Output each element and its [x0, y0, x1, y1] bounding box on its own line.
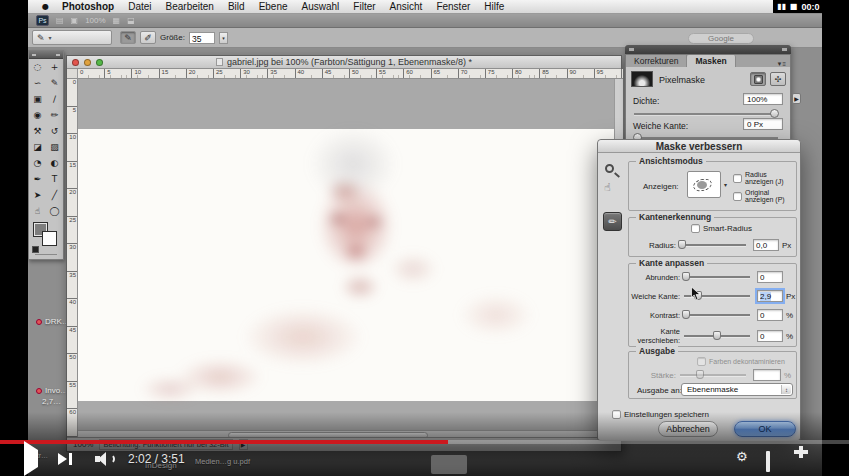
document-title-bar[interactable]: gabriel.jpg bei 100% (Farbton/Sättigung … [67, 56, 621, 69]
tool-dodge-icon[interactable]: ◐ [46, 155, 63, 171]
tool-line-icon[interactable]: ╱ [46, 187, 63, 203]
stop-icon[interactable]: ■ [790, 2, 798, 11]
background-color-swatch[interactable] [42, 231, 57, 246]
minimize-icon[interactable] [84, 59, 91, 66]
settings-gear-icon[interactable]: ⚙ [736, 449, 748, 464]
feather-input[interactable]: 0 Px [743, 118, 783, 130]
menu-item[interactable]: Bild [221, 1, 252, 12]
tool-type-icon[interactable]: T [46, 171, 63, 187]
menu-item[interactable]: Photoshop [55, 1, 121, 12]
smooth-slider[interactable] [684, 276, 750, 278]
density-slider[interactable] [634, 113, 778, 115]
contrast-slider[interactable] [684, 314, 750, 316]
refine-radius-brush-button[interactable]: ✏ [603, 212, 622, 231]
tool-crop-icon[interactable]: ▣ [29, 91, 46, 107]
apple-menu-icon[interactable]: ● [36, 2, 55, 11]
zoom-window-icon[interactable] [96, 59, 103, 66]
tool-blur-icon[interactable]: ◔ [29, 155, 46, 171]
shift-edge-input[interactable]: 0 [757, 330, 783, 342]
density-input[interactable]: 100% [743, 93, 783, 105]
smooth-input[interactable]: 0 [757, 271, 783, 283]
panel-collapse-arrow-icon[interactable]: ▶ [792, 93, 801, 104]
pause-icon[interactable]: ▮▮ [777, 2, 786, 11]
show-original-checkbox[interactable] [733, 192, 742, 201]
size-input[interactable]: 35 [189, 32, 215, 44]
play-button[interactable] [24, 450, 38, 468]
tool-move-icon[interactable]: + [46, 59, 63, 75]
desktop-item-invoice[interactable]: Invo… [36, 386, 68, 395]
output-to-dropdown[interactable]: Ebenenmaske ↕ [681, 383, 793, 396]
screen-mode-icon[interactable]: ⬓ [127, 16, 135, 25]
palette-header[interactable] [29, 51, 63, 59]
folder-icon[interactable]: ▣ [71, 16, 79, 25]
tool-eyedropper-icon[interactable]: ∕ [46, 91, 63, 107]
slider-knob[interactable] [713, 331, 721, 340]
tool-eraser-icon[interactable]: ◪ [29, 139, 46, 155]
tool-path-selection-icon[interactable]: ➤ [29, 187, 46, 203]
zoom-tool-icon[interactable] [605, 164, 614, 173]
brush-subtract-button[interactable]: ✐ [140, 31, 156, 44]
vector-mask-button[interactable]: ✣ [770, 72, 786, 86]
theater-mode-button[interactable] [766, 453, 770, 471]
strength-input[interactable] [753, 369, 781, 381]
radius-slider[interactable] [680, 244, 746, 246]
menu-item[interactable]: Ansicht [383, 1, 430, 12]
remember-settings-checkbox[interactable] [612, 410, 621, 419]
google-search-field[interactable]: Google [688, 33, 754, 44]
panel-header[interactable] [625, 45, 791, 54]
slider-knob[interactable] [682, 272, 690, 281]
contrast-input[interactable]: 0 [757, 309, 783, 321]
next-button[interactable] [58, 453, 72, 465]
bridge-icon[interactable]: ▤ [56, 16, 64, 25]
tool-hand-icon[interactable]: ☝ [29, 203, 46, 219]
view-mode-thumbnail[interactable]: ▾ [687, 171, 721, 198]
tool-quick-selection-icon[interactable]: ✎ [46, 75, 63, 91]
desktop-item-pdf[interactable]: Medien…g u.pdf [195, 457, 250, 466]
tab-masken[interactable]: Masken [687, 55, 735, 67]
tool-history-brush-icon[interactable]: ↺ [46, 123, 63, 139]
slider-knob[interactable] [770, 109, 779, 118]
menu-item[interactable]: Datei [121, 1, 158, 12]
slider-knob[interactable] [682, 310, 690, 319]
slider-knob[interactable] [678, 240, 686, 249]
tool-marquee-icon[interactable]: ◌ [29, 59, 46, 75]
arrange-documents-icon[interactable]: ▦ [113, 16, 121, 25]
hand-tool-icon[interactable]: ☝ [604, 181, 624, 194]
cancel-button[interactable]: Abbrechen [658, 421, 718, 437]
tool-clone-stamp-icon[interactable]: ⚒ [29, 123, 46, 139]
image-canvas[interactable] [78, 129, 614, 401]
tool-pen-icon[interactable]: ✒ [29, 171, 46, 187]
tool-preset-picker[interactable]: ✎ ▾ [32, 30, 112, 45]
smart-radius-checkbox[interactable] [691, 224, 700, 233]
shift-edge-slider[interactable] [684, 335, 750, 337]
menu-item[interactable]: Auswahl [295, 1, 347, 12]
tool-brush-icon[interactable]: ✏ [46, 107, 63, 123]
size-stepper[interactable]: ▾ [219, 32, 228, 44]
pixel-mask-button[interactable] [750, 72, 766, 86]
show-radius-checkbox[interactable] [733, 174, 742, 183]
feather-input[interactable]: 2,9 [757, 290, 783, 302]
menu-item[interactable]: Ebene [252, 1, 295, 12]
tool-lasso-icon[interactable]: ∽ [29, 75, 46, 91]
radius-input[interactable]: 0,0 [753, 239, 779, 251]
menu-item[interactable]: Hilfe [477, 1, 511, 12]
player-progress-bar[interactable] [0, 440, 849, 444]
menu-item[interactable]: Fenster [429, 1, 477, 12]
desktop-item-drk[interactable]: DRK… [36, 317, 70, 326]
default-colors-icon[interactable] [32, 246, 39, 253]
dialog-title-bar[interactable]: Maske verbessern [598, 140, 800, 153]
tool-healing-brush-icon[interactable]: ◉ [29, 107, 46, 123]
tab-korrekturen[interactable]: Korrekturen [626, 55, 687, 67]
canvas-area[interactable] [78, 79, 623, 439]
tool-gradient-icon[interactable]: ▨ [46, 139, 63, 155]
tool-zoom-icon[interactable]: ◯ [46, 203, 63, 219]
decontaminate-checkbox[interactable] [697, 357, 706, 366]
close-icon[interactable] [72, 59, 79, 66]
menu-item[interactable]: Bearbeiten [159, 1, 221, 12]
desktop-item-invoice-2[interactable]: 2,7… [42, 397, 61, 406]
zoom-level-dropdown[interactable]: 100% [85, 16, 105, 25]
mask-thumbnail[interactable] [631, 71, 653, 87]
menu-item[interactable]: Filter [346, 1, 382, 12]
brush-add-button[interactable]: ✎ [120, 31, 136, 44]
ok-button[interactable]: OK [734, 421, 796, 437]
